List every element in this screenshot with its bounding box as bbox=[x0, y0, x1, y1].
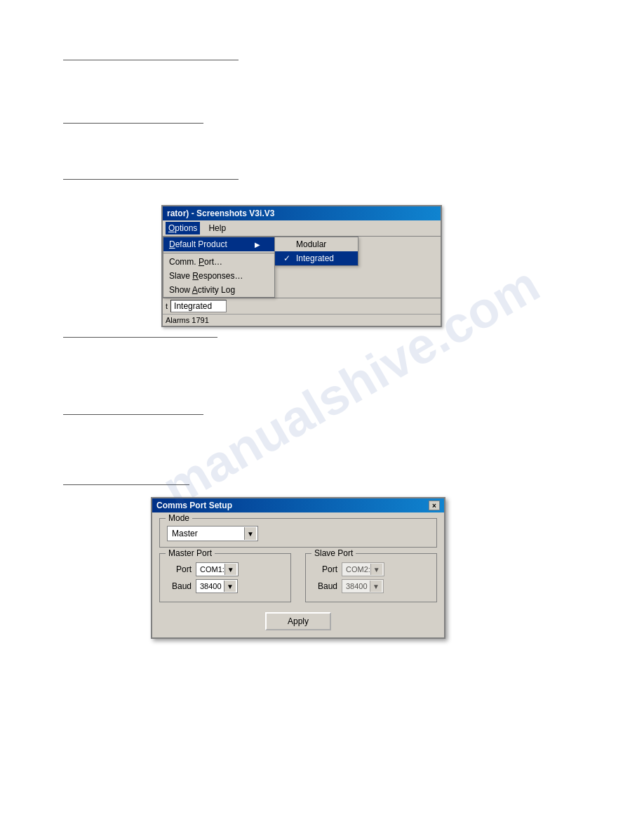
mode-value: Master bbox=[169, 529, 244, 538]
d-underline: D bbox=[169, 239, 175, 249]
mode-arrow: ▼ bbox=[244, 527, 256, 540]
modular-check bbox=[283, 239, 293, 249]
master-port-group: Master Port Port COM1: ▼ Baud 38400 ▼ bbox=[159, 553, 291, 602]
dialog-body: Mode Master ▼ Master Port Port COM1: ▼ bbox=[152, 512, 444, 637]
comm-port-label: Comm. Port… bbox=[169, 257, 222, 267]
slave-port-row: Port COM2: ▼ bbox=[313, 562, 429, 576]
apply-label: Apply bbox=[288, 616, 309, 626]
status-prefix: t bbox=[166, 302, 168, 310]
master-port-row: Port COM1: ▼ bbox=[167, 562, 283, 576]
hr-line-3 bbox=[63, 179, 239, 180]
slave-port-group-label: Slave Port bbox=[311, 548, 356, 558]
master-baud-select[interactable]: 38400 ▼ bbox=[196, 579, 238, 593]
close-button[interactable]: × bbox=[429, 501, 440, 510]
options-label: ptions bbox=[175, 223, 197, 233]
main-dropdown: Default Product ▶ Comm. Port… Slave Resp… bbox=[163, 237, 275, 298]
options-menu[interactable]: Options bbox=[166, 222, 200, 234]
slave-port-value: COM2: bbox=[344, 565, 370, 574]
hr-line-5 bbox=[63, 414, 203, 415]
mode-select[interactable]: Master ▼ bbox=[167, 526, 258, 541]
master-baud-arrow: ▼ bbox=[224, 581, 236, 592]
options-underline: O bbox=[168, 223, 175, 233]
slave-baud-row: Baud 38400 ▼ bbox=[313, 579, 429, 593]
master-baud-label: Baud bbox=[167, 581, 192, 591]
slave-baud-label: Baud bbox=[313, 581, 337, 591]
show-activity-log-label: Show Activity Log bbox=[169, 285, 235, 295]
titlebar-text: rator) - Screenshots V3i.V3 bbox=[167, 208, 274, 218]
master-baud-value: 38400 bbox=[198, 582, 224, 590]
hr-line-1 bbox=[63, 60, 239, 60]
slave-port-arrow: ▼ bbox=[370, 564, 382, 575]
apply-button[interactable]: Apply bbox=[265, 612, 331, 630]
arrow-icon: ▶ bbox=[255, 241, 260, 249]
dropdown-area: Default Product ▶ Comm. Port… Slave Resp… bbox=[163, 237, 441, 298]
close-icon: × bbox=[432, 502, 436, 510]
default-product-label: Default Product bbox=[169, 239, 227, 249]
slave-baud-value: 38400 bbox=[344, 582, 370, 590]
alarms-value: 1791 bbox=[192, 316, 208, 324]
master-port-label: Port bbox=[167, 564, 192, 574]
menu-bar: Options Help bbox=[163, 220, 441, 237]
slave-port-select[interactable]: COM2: ▼ bbox=[342, 562, 384, 576]
modular-label: Modular bbox=[296, 239, 326, 249]
slave-baud-arrow: ▼ bbox=[370, 581, 382, 592]
help-menu[interactable]: Help bbox=[206, 222, 229, 234]
slave-responses-label: Slave Responses… bbox=[169, 271, 243, 281]
dialog-title: Comms Port Setup bbox=[156, 501, 232, 510]
comms-port-dialog: Comms Port Setup × Mode Master ▼ Master … bbox=[151, 497, 445, 639]
titlebar: rator) - Screenshots V3i.V3 bbox=[163, 206, 441, 220]
slave-port-label: Port bbox=[313, 564, 337, 574]
divider-1 bbox=[163, 253, 274, 253]
p-underline: P bbox=[199, 257, 204, 267]
r-underline: R bbox=[192, 271, 199, 281]
master-baud-row: Baud 38400 ▼ bbox=[167, 579, 283, 593]
slave-baud-select[interactable]: 38400 ▼ bbox=[342, 579, 384, 593]
alarms-bar: Alarms 1791 bbox=[163, 314, 441, 326]
hr-line-2 bbox=[63, 123, 203, 124]
mode-group: Mode Master ▼ bbox=[159, 518, 437, 548]
status-field: Integrated bbox=[170, 300, 227, 312]
slave-responses-item[interactable]: Slave Responses… bbox=[163, 269, 274, 283]
alarms-label: Alarms bbox=[166, 316, 192, 324]
master-port-arrow: ▼ bbox=[224, 564, 236, 575]
integrated-label: Integrated bbox=[296, 253, 334, 263]
menu-screenshot: rator) - Screenshots V3i.V3 Options Help… bbox=[161, 205, 442, 327]
mode-group-label: Mode bbox=[166, 513, 192, 523]
sub-dropdown: Modular ✓ Integrated bbox=[274, 237, 358, 266]
hr-line-4 bbox=[63, 337, 217, 338]
help-label: Help bbox=[208, 223, 226, 233]
master-port-select[interactable]: COM1: ▼ bbox=[196, 562, 239, 576]
status-area: t Integrated bbox=[163, 298, 441, 314]
a-underline: A bbox=[192, 285, 198, 295]
master-port-group-label: Master Port bbox=[166, 548, 215, 558]
status-value: Integrated bbox=[174, 301, 212, 311]
master-port-value: COM1: bbox=[198, 565, 224, 574]
default-product-item[interactable]: Default Product ▶ bbox=[163, 237, 274, 251]
integrated-item[interactable]: ✓ Integrated bbox=[275, 251, 358, 265]
slave-port-group: Slave Port Port COM2: ▼ Baud 38400 ▼ bbox=[305, 553, 437, 602]
hr-line-6 bbox=[63, 484, 189, 485]
show-activity-log-item[interactable]: Show Activity Log bbox=[163, 283, 274, 297]
dialog-titlebar: Comms Port Setup × bbox=[152, 498, 444, 512]
integrated-check: ✓ bbox=[283, 253, 293, 263]
comm-port-item[interactable]: Comm. Port… bbox=[163, 255, 274, 269]
ports-row: Master Port Port COM1: ▼ Baud 38400 ▼ bbox=[159, 553, 437, 608]
modular-item[interactable]: Modular bbox=[275, 237, 358, 251]
